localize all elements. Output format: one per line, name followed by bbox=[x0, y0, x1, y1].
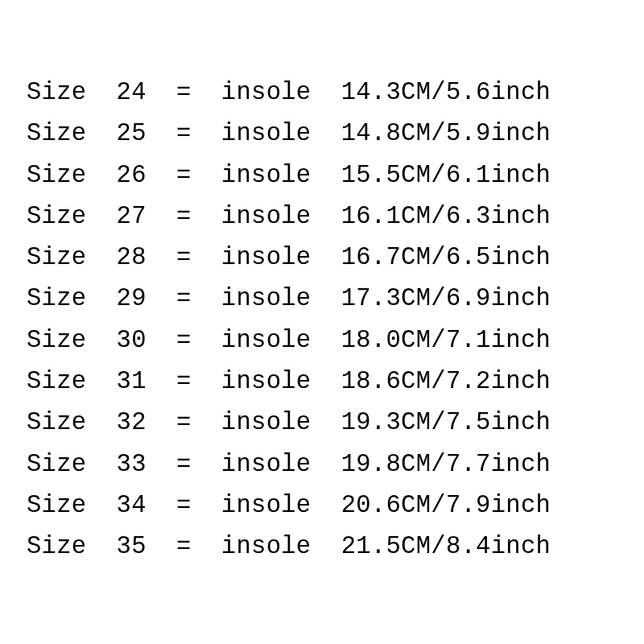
size-row: Size 29 = insole 17.3CM/6.9inch bbox=[27, 279, 620, 320]
size-row: Size 25 = insole 14.8CM/5.9inch bbox=[27, 114, 620, 155]
size-row: Size 34 = insole 20.6CM/7.9inch bbox=[27, 485, 620, 526]
size-row: Size 26 = insole 15.5CM/6.1inch bbox=[27, 155, 620, 196]
size-row: Size 33 = insole 19.8CM/7.7inch bbox=[27, 444, 620, 485]
size-row: Size 35 = insole 21.5CM/8.4inch bbox=[27, 526, 620, 568]
size-chart-container: Size 24 = insole 14.3CM/5.6inch Size 25 … bbox=[0, 0, 644, 568]
size-row: Size 30 = insole 18.0CM/7.1inch bbox=[27, 320, 620, 361]
size-row: Size 32 = insole 19.3CM/7.5inch bbox=[27, 402, 620, 444]
size-row: Size 27 = insole 16.1CM/6.3inch bbox=[27, 196, 620, 237]
size-row: Size 28 = insole 16.7CM/6.5inch bbox=[27, 237, 620, 279]
size-row: Size 31 = insole 18.6CM/7.2inch bbox=[27, 361, 620, 402]
size-row: Size 24 = insole 14.3CM/5.6inch bbox=[27, 72, 620, 114]
